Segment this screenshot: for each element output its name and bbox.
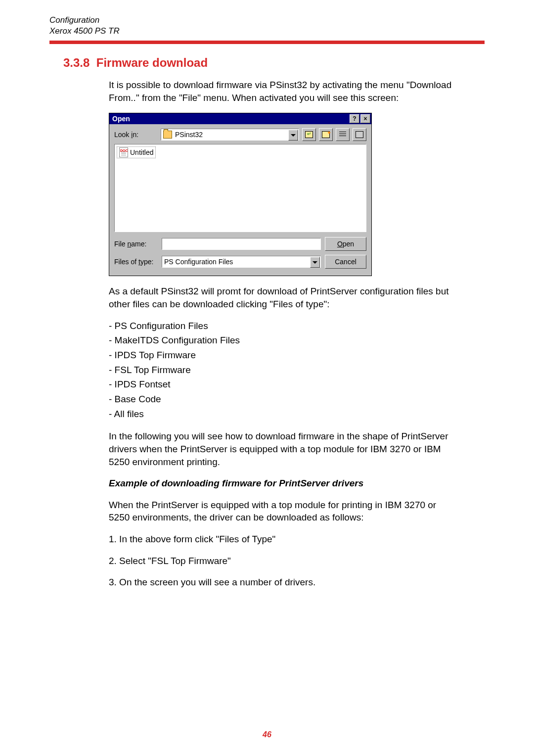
para-following: In the following you will see how to dow… — [109, 430, 455, 468]
filetype-combo[interactable]: PS Configuration Files — [162, 256, 321, 268]
new-folder-button[interactable]: ✦ — [319, 128, 333, 141]
step-3: 3. On the screen you will see a number o… — [109, 576, 455, 589]
file-types-list: - PS Configuration Files - MakeITDS Conf… — [109, 320, 455, 420]
up-one-level-button[interactable]: ↵ — [302, 128, 316, 141]
dialog-bottom: File name: Open Files of type: PS Config… — [109, 232, 371, 276]
header-line-2: Xerox 4500 PS TR — [49, 26, 485, 37]
para-example-intro: When the PrintServer is equipped with a … — [109, 499, 455, 524]
after-dialog-paragraph: As a default PSinst32 will promt for dow… — [109, 285, 455, 310]
list-item: - IPDS Top Firmware — [109, 349, 455, 362]
file-item-label: Untitled — [130, 148, 153, 157]
list-item: - IPDS Fontset — [109, 378, 455, 391]
section-heading: Firmware download — [96, 56, 208, 69]
header: Configuration Xerox 4500 PS TR — [49, 15, 485, 37]
lookin-row: Look in: PSinst32 ↵ ✦ — [109, 124, 371, 144]
header-divider — [49, 41, 485, 44]
lookin-label: Look in: — [114, 130, 158, 140]
intro-paragraph: It is possible to download firmware via … — [109, 79, 455, 104]
page-number: 46 — [0, 730, 534, 739]
file-item[interactable]: DOC Untitled — [117, 146, 156, 158]
example-heading: Example of downloading firmware for Prin… — [109, 477, 455, 490]
header-line-1: Configuration — [49, 15, 485, 26]
document-icon: DOC — [119, 147, 128, 157]
step-2: 2. Select "FSL Top Firmware" — [109, 555, 455, 567]
list-item: - MakeITDS Configuration Files — [109, 334, 455, 347]
close-button[interactable]: × — [360, 114, 370, 123]
step-1: 1. In the above form click "Files of Typ… — [109, 533, 455, 546]
list-item: - FSL Top Firmware — [109, 364, 455, 377]
folder-icon — [163, 131, 172, 139]
lookin-value: PSinst32 — [175, 130, 203, 140]
list-view-button[interactable] — [336, 128, 350, 141]
section-title: 3.3.8 Firmware download — [63, 56, 485, 70]
page: Configuration Xerox 4500 PS TR 3.3.8 Fir… — [0, 0, 534, 756]
dialog-titlebar: Open ? × — [109, 113, 371, 124]
filename-label: File name: — [114, 239, 158, 249]
help-button[interactable]: ? — [350, 114, 359, 123]
filetype-value: PS Configuration Files — [164, 257, 233, 267]
lookin-combo[interactable]: PSinst32 — [161, 129, 299, 141]
chevron-down-icon[interactable] — [288, 130, 298, 141]
open-button[interactable]: Open — [325, 237, 366, 251]
section-number: 3.3.8 — [63, 56, 89, 69]
chevron-down-icon[interactable] — [310, 257, 320, 268]
list-item: - All files — [109, 408, 455, 421]
list-item: - PS Configuration Files — [109, 320, 455, 332]
file-list[interactable]: DOC Untitled — [114, 144, 366, 232]
body: It is possible to download firmware via … — [109, 79, 455, 589]
open-dialog: Open ? × Look in: PSinst32 ↵ ✦ — [109, 113, 372, 276]
filename-input[interactable] — [162, 238, 321, 250]
dialog-title: Open — [112, 114, 349, 124]
filetype-label: Files of type: — [114, 257, 158, 267]
cancel-button[interactable]: Cancel — [325, 255, 366, 269]
details-view-button[interactable] — [353, 128, 366, 141]
list-item: - Base Code — [109, 393, 455, 406]
